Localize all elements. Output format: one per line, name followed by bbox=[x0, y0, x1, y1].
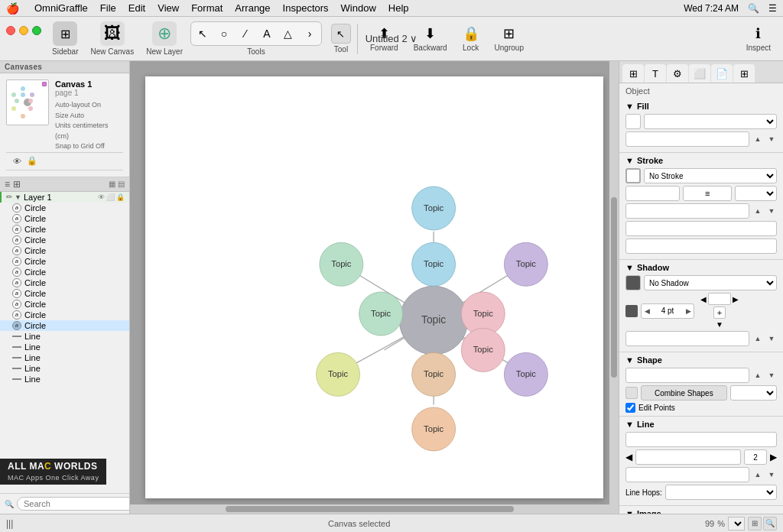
list-item[interactable]: a Circle bbox=[0, 277, 129, 288]
current-tool[interactable]: ↖ bbox=[331, 24, 351, 44]
line-tool[interactable]: ∕ bbox=[236, 24, 255, 44]
list-item[interactable]: a Circle bbox=[0, 245, 129, 256]
stroke-stepper-up[interactable]: ▲ bbox=[752, 203, 763, 219]
edit-menu[interactable]: Edit bbox=[128, 2, 145, 14]
more-tool[interactable]: › bbox=[300, 24, 320, 44]
canvas-area[interactable]: Topic Topic Topic Topic Topic Topic bbox=[130, 61, 619, 514]
inspect-button[interactable]: ℹ Inspect bbox=[740, 22, 777, 55]
list-item[interactable]: Line bbox=[0, 352, 129, 363]
shadow-pt-down[interactable]: ◀ bbox=[642, 303, 652, 319]
help-menu[interactable]: Help bbox=[388, 2, 409, 14]
fill-type-select[interactable] bbox=[644, 114, 777, 129]
sheet-tab[interactable]: 📄 bbox=[711, 64, 733, 83]
print-icon[interactable]: ⬜ bbox=[106, 193, 115, 201]
stroke-header[interactable]: ▼ Stroke bbox=[625, 156, 777, 165]
text-tab[interactable]: T bbox=[645, 64, 666, 83]
line-input[interactable] bbox=[625, 432, 777, 447]
shadow-blur-up[interactable]: ▲ bbox=[752, 331, 763, 346]
list-item[interactable]: a Circle bbox=[0, 288, 129, 299]
line-up[interactable]: ▲ bbox=[752, 467, 763, 482]
stroke-color-swatch[interactable] bbox=[625, 168, 641, 183]
shape-tool[interactable]: ○ bbox=[214, 24, 234, 44]
eye-icon[interactable]: 👁 bbox=[98, 193, 105, 201]
layer-row[interactable]: ✏ ▼ Layer 1 👁 ⬜ 🔒 bbox=[0, 192, 129, 203]
shadow-type-select[interactable]: No Shadow bbox=[644, 275, 777, 290]
stroke-width-input[interactable] bbox=[625, 186, 680, 201]
fill-stepper-up[interactable]: ▲ bbox=[752, 131, 763, 147]
eye-icon[interactable]: 👁 bbox=[11, 155, 23, 167]
shadow-center-icon[interactable]: + bbox=[713, 307, 726, 319]
arrow-tool[interactable]: △ bbox=[278, 24, 298, 44]
edit-points-checkbox[interactable] bbox=[625, 403, 635, 413]
list-item[interactable]: Line bbox=[0, 331, 129, 342]
stroke-stepper-down[interactable]: ▼ bbox=[766, 203, 777, 219]
line-endpoint[interactable]: 2 bbox=[744, 449, 767, 465]
view-fit-button[interactable]: ⊞ bbox=[748, 517, 762, 530]
stroke-type-select[interactable]: No Stroke bbox=[644, 168, 777, 183]
line-midpoint-input[interactable] bbox=[635, 449, 741, 465]
close-button[interactable] bbox=[6, 26, 15, 35]
canvas-thumbnail[interactable]: Canvas 1 page 1 Auto-layout On Size Auto… bbox=[0, 73, 129, 177]
list-item[interactable]: a Circle bbox=[0, 299, 129, 310]
list-item[interactable]: a Circle bbox=[0, 213, 129, 224]
menu-icon[interactable]: ☰ bbox=[768, 3, 777, 14]
maximize-button[interactable] bbox=[32, 26, 41, 35]
line-header[interactable]: ▼ Line bbox=[625, 420, 777, 429]
view-toggle-1[interactable]: ||| bbox=[6, 518, 13, 529]
list-item[interactable]: Line bbox=[0, 363, 129, 374]
object-tab[interactable]: ⊞ bbox=[622, 64, 644, 83]
shadow-header[interactable]: ▼ Shadow bbox=[625, 263, 777, 272]
ungroup-button[interactable]: ⊞ Ungroup bbox=[489, 22, 530, 55]
list-item[interactable]: a Circle bbox=[0, 235, 129, 245]
shadow-color-box[interactable] bbox=[625, 305, 638, 317]
shadow-pt-up[interactable]: ▶ bbox=[683, 303, 694, 319]
shadow-pt-input[interactable] bbox=[652, 307, 683, 315]
search-input[interactable] bbox=[17, 497, 130, 511]
window-menu[interactable]: Window bbox=[341, 2, 376, 14]
list-item[interactable]: Line bbox=[0, 342, 129, 352]
fill-color-bar[interactable] bbox=[625, 131, 749, 147]
app-name[interactable]: OmniGraffle bbox=[34, 2, 88, 14]
list-item[interactable]: a Circle bbox=[0, 256, 129, 267]
stroke-dash-input[interactable] bbox=[625, 203, 749, 219]
list-item[interactable]: a Circle bbox=[0, 203, 129, 213]
settings-tab[interactable]: ⚙ bbox=[667, 64, 688, 83]
shape-up[interactable]: ▲ bbox=[752, 368, 763, 383]
shadow-pt-stepper[interactable]: ◀ ▶ bbox=[641, 303, 694, 319]
list-item[interactable]: a Circle bbox=[0, 267, 129, 277]
shadow-blur-input[interactable] bbox=[625, 331, 749, 346]
minimize-button[interactable] bbox=[19, 26, 28, 35]
file-menu[interactable]: File bbox=[100, 2, 116, 14]
apple-menu[interactable]: 🍎 bbox=[6, 2, 19, 15]
vertical-scrollbar[interactable] bbox=[609, 61, 619, 514]
view-menu[interactable]: View bbox=[158, 2, 179, 14]
combine-icon[interactable] bbox=[625, 387, 638, 399]
arrange-menu[interactable]: Arrange bbox=[235, 2, 270, 14]
doc-tab[interactable]: ⬜ bbox=[689, 64, 710, 83]
list-item[interactable]: a Circle bbox=[0, 224, 129, 235]
list-item[interactable]: a Circle bbox=[0, 320, 129, 331]
lock-small-icon[interactable]: 🔒 bbox=[116, 193, 125, 201]
zoom-select[interactable] bbox=[728, 517, 745, 530]
line-hops-select[interactable] bbox=[665, 485, 777, 500]
select-tool[interactable]: ↖ bbox=[193, 24, 213, 44]
format-menu[interactable]: Format bbox=[191, 2, 223, 14]
combine-shapes-button[interactable]: Combine Shapes bbox=[641, 385, 727, 401]
shadow-x-input[interactable] bbox=[708, 293, 731, 305]
combine-mode-select[interactable] bbox=[730, 385, 777, 401]
fill-header[interactable]: ▼ Fill bbox=[625, 102, 777, 111]
list-item[interactable]: a Circle bbox=[0, 310, 129, 320]
lock-button[interactable]: 🔒 Lock bbox=[456, 22, 486, 55]
horizontal-scrollbar[interactable] bbox=[130, 504, 609, 514]
stroke-end-select[interactable] bbox=[735, 186, 777, 201]
lock-ctrl-icon[interactable]: 🔒 bbox=[26, 155, 38, 167]
list-item[interactable]: Line bbox=[0, 374, 129, 384]
view-zoom-button[interactable]: 🔍 bbox=[763, 517, 777, 530]
shape-input[interactable] bbox=[625, 368, 749, 383]
grid-tab[interactable]: ⊞ bbox=[733, 64, 755, 83]
line-down[interactable]: ▼ bbox=[766, 467, 777, 482]
search-icon[interactable]: 🔍 bbox=[748, 3, 759, 14]
fill-color-swatch[interactable] bbox=[625, 114, 641, 129]
line-input2[interactable] bbox=[625, 467, 749, 482]
shape-down[interactable]: ▼ bbox=[766, 368, 777, 383]
